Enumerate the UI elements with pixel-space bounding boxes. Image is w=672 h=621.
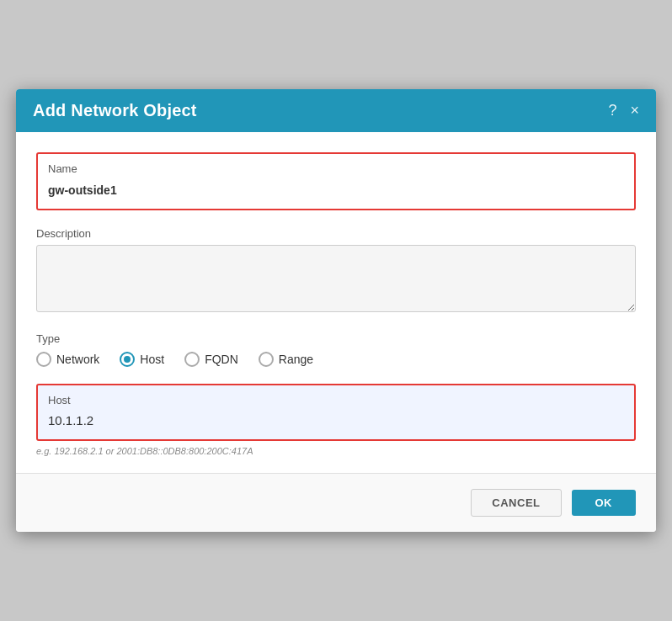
header-icons: ? × [608, 102, 639, 119]
host-hint: e.g. 192.168.2.1 or 2001:DB8::0DB8:800:2… [36, 446, 636, 456]
name-label: Name [48, 162, 624, 175]
radio-label-range: Range [279, 353, 313, 366]
radio-fqdn[interactable]: FQDN [184, 352, 238, 367]
host-value: 10.1.1.2 [48, 410, 624, 431]
dialog-header: Add Network Object ? × [16, 89, 656, 132]
radio-host[interactable]: Host [120, 352, 164, 367]
add-network-object-dialog: Add Network Object ? × Name gw-outside1 … [16, 89, 656, 532]
dialog-footer: CANCEL OK [16, 473, 656, 532]
radio-circle-network [36, 352, 51, 367]
dialog-title: Add Network Object [33, 101, 197, 120]
dialog-body: Name gw-outside1 Description Type Networ… [16, 132, 656, 456]
radio-network[interactable]: Network [36, 352, 99, 367]
radio-range[interactable]: Range [259, 352, 313, 367]
help-icon[interactable]: ? [608, 102, 616, 119]
type-label: Type [36, 332, 636, 345]
name-value: gw-outside1 [48, 180, 624, 200]
radio-circle-host [120, 352, 135, 367]
description-input[interactable] [36, 245, 636, 312]
type-group: Type Network Host FQDN [36, 332, 636, 367]
radio-inner-host [124, 356, 131, 363]
ok-button[interactable]: OK [572, 490, 637, 516]
type-options-row: Network Host FQDN Range [36, 352, 636, 367]
description-group: Description [36, 227, 636, 316]
description-label: Description [36, 227, 636, 240]
host-label: Host [48, 394, 624, 406]
close-icon[interactable]: × [630, 102, 639, 119]
radio-circle-fqdn [184, 352, 200, 367]
radio-label-network: Network [56, 353, 99, 366]
host-field-wrapper: Host 10.1.1.2 [36, 384, 636, 441]
name-field-inner: Name gw-outside1 [38, 154, 634, 209]
radio-label-host: Host [140, 353, 164, 366]
name-field-wrapper: Name gw-outside1 [36, 152, 636, 210]
radio-label-fqdn: FQDN [205, 353, 238, 366]
cancel-button[interactable]: CANCEL [471, 489, 561, 517]
radio-circle-range [259, 352, 274, 367]
